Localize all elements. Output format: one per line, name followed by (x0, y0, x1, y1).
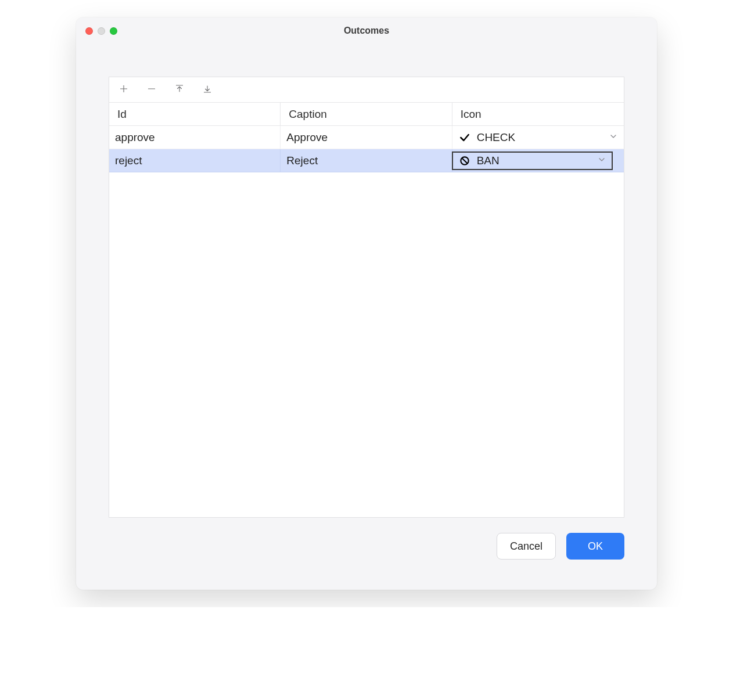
check-icon (458, 131, 471, 144)
column-header-id[interactable]: Id (109, 103, 281, 125)
table-toolbar (109, 77, 624, 103)
cell-caption[interactable]: Reject (281, 149, 452, 172)
ban-icon (458, 154, 471, 167)
chevron-down-icon (597, 154, 606, 167)
table-header: Id Caption Icon (109, 103, 624, 126)
window-close-button[interactable] (85, 27, 93, 35)
window-title: Outcomes (76, 26, 657, 36)
column-header-icon[interactable]: Icon (452, 103, 624, 125)
cell-caption[interactable]: Approve (281, 126, 452, 149)
window-maximize-button[interactable] (110, 27, 117, 35)
table-body: approveApproveCHECKrejectRejectBAN (109, 126, 624, 517)
cell-icon-dropdown[interactable]: BAN (452, 149, 624, 172)
icon-value-label: BAN (477, 154, 500, 167)
table-row[interactable]: approveApproveCHECK (109, 126, 624, 149)
move-down-button[interactable] (201, 84, 214, 96)
table-row[interactable]: rejectRejectBAN (109, 149, 624, 172)
cell-id[interactable]: reject (109, 149, 281, 172)
plus-icon (118, 84, 129, 96)
dialog-window: Outcomes (76, 17, 657, 590)
dialog-content: Id Caption Icon approveApproveCHECKrejec… (76, 44, 657, 590)
ok-button[interactable]: OK (566, 533, 624, 560)
minus-icon (146, 84, 157, 96)
cancel-button[interactable]: Cancel (497, 533, 556, 560)
cell-id[interactable]: approve (109, 126, 281, 149)
traffic-lights (85, 27, 117, 35)
titlebar: Outcomes (76, 17, 657, 44)
outcomes-panel: Id Caption Icon approveApproveCHECKrejec… (109, 77, 624, 518)
arrow-up-icon (174, 84, 185, 96)
icon-value-label: CHECK (477, 131, 516, 144)
add-button[interactable] (117, 84, 130, 96)
move-up-button[interactable] (173, 84, 186, 96)
remove-button[interactable] (145, 84, 158, 96)
column-header-caption[interactable]: Caption (281, 103, 452, 125)
window-minimize-button[interactable] (98, 27, 105, 35)
cell-icon-dropdown[interactable]: CHECK (452, 126, 624, 149)
chevron-down-icon (609, 131, 618, 144)
arrow-down-icon (202, 84, 213, 96)
dialog-footer: Cancel OK (109, 518, 624, 575)
